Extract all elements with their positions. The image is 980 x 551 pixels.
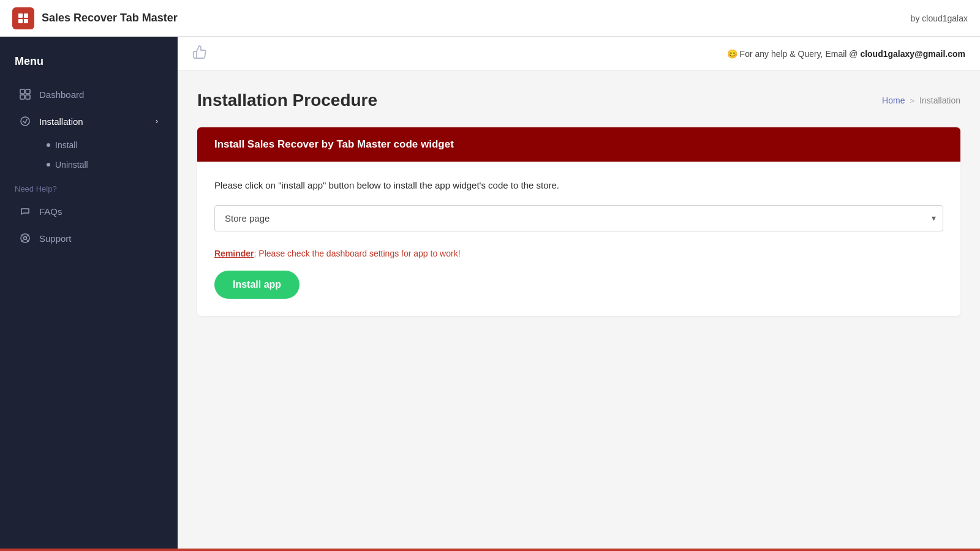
- page-title: Installation Procedure: [197, 91, 377, 110]
- help-section-label: Need Help?: [0, 174, 178, 197]
- sidebar-item-support[interactable]: Support: [5, 225, 173, 251]
- svg-point-8: [21, 117, 29, 126]
- breadcrumb: Home > Installation: [882, 96, 960, 105]
- sidebar-item-label-installation: Installation: [39, 116, 83, 127]
- smiley-icon: 😊: [727, 49, 737, 59]
- svg-rect-0: [18, 13, 23, 18]
- svg-rect-7: [26, 95, 30, 99]
- breadcrumb-separator: >: [910, 96, 914, 105]
- top-header: Sales Recover Tab Master by cloud1galax: [0, 0, 980, 37]
- sidebar-item-faqs[interactable]: FAQs: [5, 198, 173, 224]
- faqs-icon: [20, 206, 31, 217]
- breadcrumb-current: Installation: [919, 96, 960, 105]
- submenu-label-uninstall: Uninstall: [55, 160, 88, 170]
- sidebar-item-dashboard[interactable]: Dashboard: [5, 81, 173, 107]
- contact-email: cloud1galaxy@gmail.com: [860, 49, 965, 59]
- submenu-dot-uninstall: [47, 163, 50, 167]
- installation-icon: [20, 116, 31, 127]
- svg-rect-2: [18, 19, 23, 23]
- submenu-label-install: Install: [55, 140, 78, 150]
- svg-point-10: [24, 237, 27, 240]
- header-left: Sales Recover Tab Master: [12, 7, 178, 29]
- install-app-button[interactable]: Install app: [214, 271, 300, 299]
- support-icon: [20, 233, 31, 244]
- installation-chevron-icon: ›: [156, 117, 158, 126]
- breadcrumb-home[interactable]: Home: [882, 96, 905, 105]
- install-description: Please click on "install app" button bel…: [214, 179, 943, 193]
- help-text: For any help & Query, Email @: [740, 49, 858, 59]
- bottom-bar: [0, 549, 980, 551]
- submenu-dot-install: [47, 143, 50, 147]
- card-header: Install Sales Recover by Tab Master code…: [197, 127, 960, 162]
- svg-rect-1: [24, 13, 28, 18]
- svg-rect-6: [20, 95, 24, 99]
- sidebar-item-label-support: Support: [39, 233, 72, 244]
- svg-rect-5: [26, 89, 30, 94]
- sidebar-submenu-item-uninstall[interactable]: Uninstall: [37, 155, 178, 174]
- main-content: 😊 For any help & Query, Email @ cloud1ga…: [178, 37, 980, 551]
- card-header-title: Install Sales Recover by Tab Master code…: [214, 138, 943, 151]
- install-card: Install Sales Recover by Tab Master code…: [197, 127, 960, 316]
- store-page-dropdown[interactable]: Store page: [214, 205, 943, 231]
- reminder-body: : Please check the dashboard settings fo…: [254, 249, 461, 258]
- header-by-label: by cloud1galax: [911, 13, 968, 23]
- sidebar-menu-label: Menu: [0, 49, 178, 80]
- layout: Menu Dashboard Installation: [0, 37, 980, 551]
- sub-header: 😊 For any help & Query, Email @ cloud1ga…: [178, 37, 980, 71]
- store-page-dropdown-wrapper: Store page ▾: [214, 205, 943, 231]
- sidebar-submenu-item-install[interactable]: Install: [37, 135, 178, 155]
- dashboard-icon: [20, 89, 31, 100]
- reminder-paragraph: Reminder: Please check the dashboard set…: [214, 249, 943, 258]
- app-logo-icon: [12, 7, 34, 29]
- card-body: Please click on "install app" button bel…: [197, 162, 960, 316]
- sidebar-item-label-faqs: FAQs: [39, 206, 62, 217]
- app-title: Sales Recover Tab Master: [42, 12, 178, 24]
- page-title-row: Installation Procedure Home > Installati…: [197, 91, 960, 110]
- sub-header-left: [192, 45, 207, 63]
- sub-header-right: 😊 For any help & Query, Email @ cloud1ga…: [727, 49, 965, 59]
- reminder-label: Reminder: [214, 249, 254, 258]
- sidebar-submenu: Install Uninstall: [0, 135, 178, 174]
- svg-rect-4: [20, 89, 24, 94]
- sidebar-item-label-dashboard: Dashboard: [39, 89, 84, 100]
- page-content: Installation Procedure Home > Installati…: [178, 71, 980, 335]
- svg-rect-3: [24, 19, 28, 23]
- sidebar: Menu Dashboard Installation: [0, 37, 178, 551]
- sidebar-item-installation[interactable]: Installation ›: [5, 108, 173, 134]
- thumb-icon: [192, 45, 207, 63]
